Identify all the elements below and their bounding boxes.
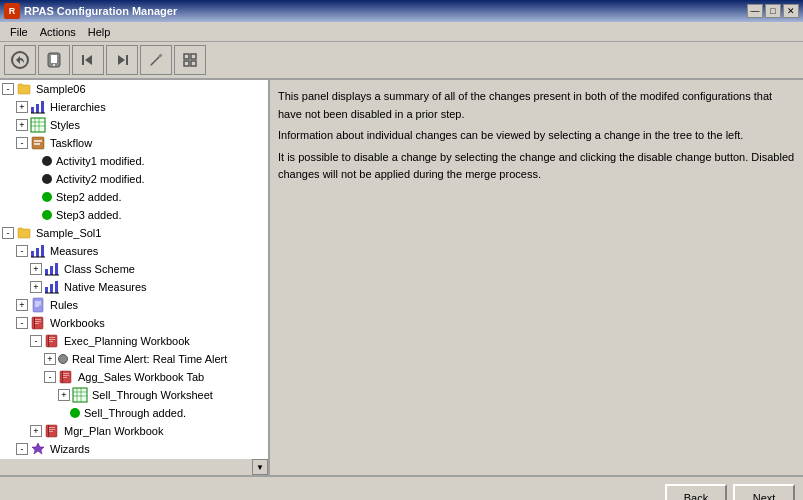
tree-toggle-mgr_plan[interactable]: + bbox=[30, 425, 42, 437]
chart-icon-hierarchies bbox=[30, 99, 46, 115]
dot-green-step2 bbox=[42, 192, 52, 202]
svg-rect-54 bbox=[63, 375, 69, 376]
tree-toggle-rules[interactable]: + bbox=[16, 299, 28, 311]
tree-toggle-native_measures[interactable]: + bbox=[30, 281, 42, 293]
toolbar-btn-2[interactable] bbox=[72, 45, 104, 75]
svg-rect-26 bbox=[36, 248, 39, 257]
tree-item-taskflow[interactable]: -Taskflow bbox=[0, 134, 268, 152]
svg-rect-27 bbox=[41, 245, 44, 257]
svg-rect-11 bbox=[184, 61, 189, 66]
tree-toggle-wizards[interactable]: - bbox=[16, 443, 28, 455]
svg-rect-43 bbox=[35, 319, 41, 320]
book-icon-mgr_plan bbox=[44, 423, 60, 439]
tree-label-sell_through_added: Sell_Through added. bbox=[84, 407, 186, 419]
tree-item-activity1[interactable]: Activity1 modified. bbox=[0, 152, 268, 170]
tree-toggle-measures[interactable]: - bbox=[16, 245, 28, 257]
toolbar bbox=[0, 42, 803, 80]
back-button[interactable]: Back bbox=[665, 484, 727, 501]
tree-item-wizards[interactable]: -Wizards bbox=[0, 440, 268, 458]
svg-rect-64 bbox=[49, 429, 55, 430]
next-button[interactable]: Next bbox=[733, 484, 795, 501]
svg-rect-17 bbox=[31, 118, 45, 132]
tree-panel[interactable]: -Sample06+Hierarchies+Styles-TaskflowAct… bbox=[0, 80, 270, 475]
tree-item-exec_planning[interactable]: -Exec_Planning Workbook bbox=[0, 332, 268, 350]
close-button[interactable]: ✕ bbox=[783, 4, 799, 18]
tree-item-sample_sol1[interactable]: -Sample_Sol1 bbox=[0, 224, 268, 242]
svg-rect-56 bbox=[73, 388, 87, 402]
tree-toggle-agg_sales_tab[interactable]: - bbox=[44, 371, 56, 383]
tree-label-wizards: Wizards bbox=[50, 443, 90, 455]
tree-toggle-sample_sol1[interactable]: - bbox=[2, 227, 14, 239]
svg-rect-6 bbox=[126, 55, 128, 65]
menu-file[interactable]: File bbox=[4, 24, 34, 40]
tree-item-class_scheme[interactable]: +Class Scheme bbox=[0, 260, 268, 278]
svg-marker-5 bbox=[85, 55, 92, 65]
tree-item-agg_sales_tab[interactable]: -Agg_Sales Workbook Tab bbox=[0, 368, 268, 386]
tree-label-sample_sol1: Sample_Sol1 bbox=[36, 227, 101, 239]
toolbar-btn-3[interactable] bbox=[106, 45, 138, 75]
maximize-button[interactable]: □ bbox=[765, 4, 781, 18]
tree-toggle-styles[interactable]: + bbox=[16, 119, 28, 131]
tree-item-step2[interactable]: Step2 added. bbox=[0, 188, 268, 206]
info-paragraph: Information about individual changes can… bbox=[278, 127, 795, 145]
tree-item-hierarchies[interactable]: +Hierarchies bbox=[0, 98, 268, 116]
title-bar-text: RPAS Configuration Manager bbox=[24, 5, 747, 17]
tree-item-realtime_alert[interactable]: +Real Time Alert: Real Time Alert bbox=[0, 350, 268, 368]
toolbar-btn-5[interactable] bbox=[174, 45, 206, 75]
tree-item-sample06[interactable]: -Sample06 bbox=[0, 80, 268, 98]
tree-item-measures[interactable]: -Measures bbox=[0, 242, 268, 260]
menu-help[interactable]: Help bbox=[82, 24, 117, 40]
svg-rect-30 bbox=[50, 266, 53, 275]
window-controls: — □ ✕ bbox=[747, 4, 799, 18]
svg-rect-12 bbox=[191, 61, 196, 66]
tree-label-rules: Rules bbox=[50, 299, 78, 311]
svg-rect-9 bbox=[184, 54, 189, 59]
menu-actions[interactable]: Actions bbox=[34, 24, 82, 40]
toolbar-btn-1[interactable] bbox=[38, 45, 70, 75]
svg-rect-14 bbox=[36, 104, 39, 113]
tree-toggle-taskflow[interactable]: - bbox=[16, 137, 28, 149]
minimize-button[interactable]: — bbox=[747, 4, 763, 18]
tree-item-workbooks[interactable]: -Workbooks bbox=[0, 314, 268, 332]
dot-black-activity2 bbox=[42, 174, 52, 184]
book-icon-exec_planning bbox=[44, 333, 60, 349]
tree-item-mgr_plan[interactable]: +Mgr_Plan Workbook bbox=[0, 422, 268, 440]
svg-rect-29 bbox=[45, 269, 48, 275]
tree-item-sell_through_added[interactable]: Sell_Through added. bbox=[0, 404, 268, 422]
tree-item-rules[interactable]: +Rules bbox=[0, 296, 268, 314]
tree-toggle-sample06[interactable]: - bbox=[2, 83, 14, 95]
folder-icon-sample_sol1 bbox=[16, 225, 32, 241]
tree-item-sell_through_ws[interactable]: +Sell_Through Worksheet bbox=[0, 386, 268, 404]
toolbar-btn-0[interactable] bbox=[4, 45, 36, 75]
svg-rect-23 bbox=[34, 140, 42, 142]
dot-gray-realtime_alert bbox=[58, 354, 68, 364]
svg-rect-45 bbox=[35, 323, 39, 324]
svg-rect-2 bbox=[51, 55, 57, 63]
tree-item-native_measures[interactable]: +Native Measures bbox=[0, 278, 268, 296]
tree-label-class_scheme: Class Scheme bbox=[64, 263, 135, 275]
tree-label-workbooks: Workbooks bbox=[50, 317, 105, 329]
tree-toggle-workbooks[interactable]: - bbox=[16, 317, 28, 329]
chart-icon-class_scheme bbox=[44, 261, 60, 277]
svg-rect-37 bbox=[33, 298, 43, 312]
tree-toggle-class_scheme[interactable]: + bbox=[30, 263, 42, 275]
app-icon: R bbox=[4, 3, 20, 19]
tree-label-mgr_plan: Mgr_Plan Workbook bbox=[64, 425, 163, 437]
tree-item-step3[interactable]: Step3 added. bbox=[0, 206, 268, 224]
tree-toggle-sell_through_ws[interactable]: + bbox=[58, 389, 70, 401]
tree-item-activity2[interactable]: Activity2 modified. bbox=[0, 170, 268, 188]
toolbar-btn-4[interactable] bbox=[140, 45, 172, 75]
undo-icon bbox=[10, 50, 30, 70]
tree-item-styles[interactable]: +Styles bbox=[0, 116, 268, 134]
tree-toggle-realtime_alert[interactable]: + bbox=[44, 353, 56, 365]
tree-scroll-down[interactable]: ▼ bbox=[252, 459, 268, 475]
svg-rect-63 bbox=[49, 427, 55, 428]
task-icon-taskflow bbox=[30, 135, 46, 151]
book-icon-agg_sales_tab bbox=[58, 369, 74, 385]
tree-label-activity2: Activity2 modified. bbox=[56, 173, 145, 185]
tree-toggle-hierarchies[interactable]: + bbox=[16, 101, 28, 113]
svg-rect-42 bbox=[34, 317, 35, 329]
tree-label-taskflow: Taskflow bbox=[50, 137, 92, 149]
dot-green-sell_through_added bbox=[70, 408, 80, 418]
tree-toggle-exec_planning[interactable]: - bbox=[30, 335, 42, 347]
